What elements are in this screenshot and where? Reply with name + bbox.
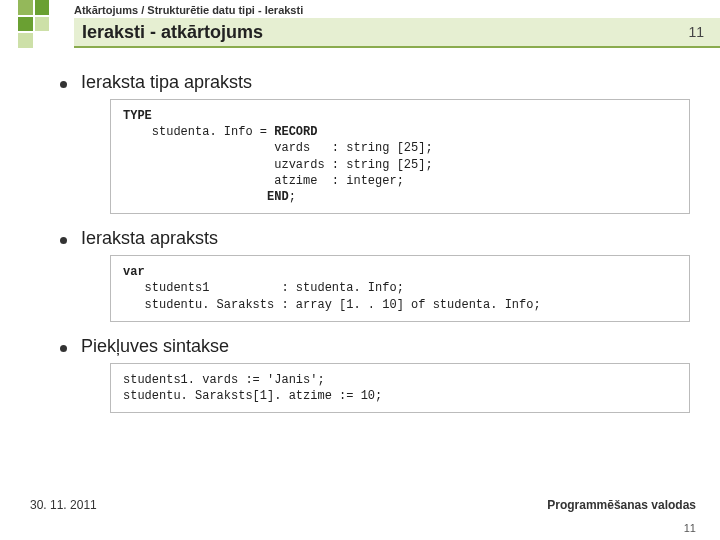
kw-type: TYPE <box>123 109 152 123</box>
kw-record: RECORD <box>274 125 317 139</box>
bullet-3-text: Piekļuves sintakse <box>81 336 229 357</box>
code-block-2: var students1 : studenta. Info; studentu… <box>110 255 690 322</box>
bullet-1: Ieraksta tipa apraksts <box>60 72 690 93</box>
code-block-1: TYPE studenta. Info = RECORD vards : str… <box>110 99 690 214</box>
kw-end: END <box>267 190 289 204</box>
title-bar: Ieraksti - atkārtojums 11 <box>74 18 720 48</box>
code-text: students1. vards := 'Janis'; <box>123 373 325 387</box>
code-text: studenta. Info = <box>123 125 274 139</box>
code-text: studentu. Saraksts[1]. atzime := 10; <box>123 389 382 403</box>
code-text <box>123 190 267 204</box>
code-text: studentu. Saraksts : array [1. . 10] of … <box>123 298 541 312</box>
footer-date: 30. 11. 2011 <box>30 498 97 512</box>
code-text: students1 : studenta. Info; <box>123 281 404 295</box>
footer-course: Programmēšanas valodas <box>547 498 696 512</box>
page-number: 11 <box>684 522 696 534</box>
bullet-2-text: Ieraksta apraksts <box>81 228 218 249</box>
slide-header: Atkārtojums / Strukturētie datu tipi - I… <box>0 0 720 48</box>
bullet-icon <box>60 81 67 88</box>
breadcrumb: Atkārtojums / Strukturētie datu tipi - I… <box>74 4 720 16</box>
logo-icon <box>18 0 66 48</box>
bullet-icon <box>60 237 67 244</box>
code-text: vards : string [25]; <box>123 141 433 155</box>
bullet-1-text: Ieraksta tipa apraksts <box>81 72 252 93</box>
title-row: Ieraksti - atkārtojums 11 <box>0 18 720 48</box>
code-text: ; <box>289 190 296 204</box>
code-block-3: students1. vards := 'Janis'; studentu. S… <box>110 363 690 413</box>
slide-number-header: 11 <box>688 24 704 40</box>
code-text: uzvards : string [25]; <box>123 158 433 172</box>
page-title: Ieraksti - atkārtojums <box>82 22 263 43</box>
bullet-2: Ieraksta apraksts <box>60 228 690 249</box>
kw-var: var <box>123 265 145 279</box>
bullet-icon <box>60 345 67 352</box>
bullet-3: Piekļuves sintakse <box>60 336 690 357</box>
footer: 30. 11. 2011 Programmēšanas valodas <box>0 498 720 512</box>
code-text: atzime : integer; <box>123 174 404 188</box>
content-area: Ieraksta tipa apraksts TYPE studenta. In… <box>0 48 720 413</box>
